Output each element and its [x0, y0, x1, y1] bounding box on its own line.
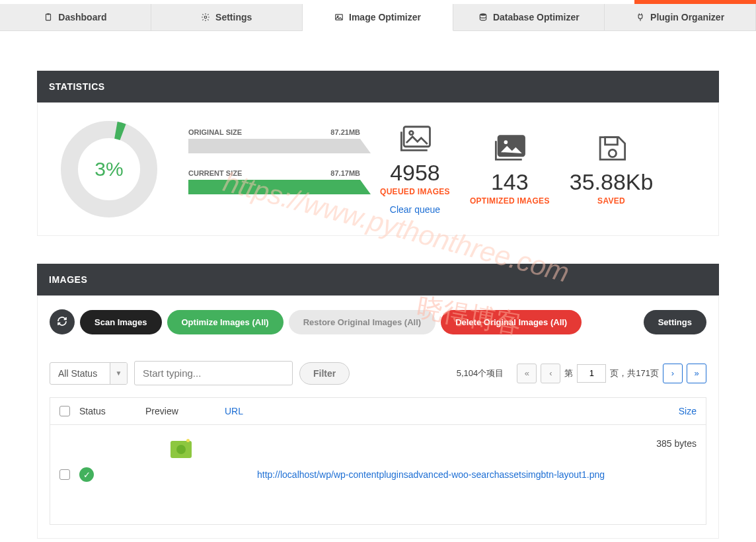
svg-rect-12 — [605, 137, 618, 144]
col-url-header[interactable]: URL — [225, 406, 637, 416]
gear-icon — [201, 13, 210, 22]
settings-button[interactable]: Settings — [644, 310, 706, 334]
optimized-icon — [490, 134, 529, 165]
restore-images-button[interactable]: Restore Original Images (All) — [289, 310, 435, 334]
page-next-button[interactable]: › — [663, 364, 683, 383]
queued-label: QUEUED IMAGES — [380, 187, 450, 196]
queued-icon — [395, 124, 435, 156]
current-size-value: 87.17MB — [330, 169, 360, 177]
delete-images-button[interactable]: Delete Original Images (All) — [441, 310, 582, 334]
refresh-button[interactable] — [50, 309, 75, 334]
col-preview-header: Preview — [145, 406, 225, 416]
tab-settings[interactable]: Settings — [151, 4, 303, 30]
page-prev-button[interactable]: ‹ — [541, 364, 560, 383]
item-count: 5,104个项目 — [457, 368, 504, 379]
original-size-value: 87.21MB — [330, 128, 360, 136]
col-size-header[interactable]: Size — [637, 406, 697, 416]
original-size-bar — [188, 139, 360, 153]
search-input[interactable] — [134, 361, 293, 385]
tab-plugin-organizer[interactable]: Plugin Organizer — [605, 4, 756, 30]
optimize-images-button[interactable]: Optimize Images (All) — [167, 310, 284, 334]
tab-dashboard[interactable]: Dashboard — [0, 4, 151, 30]
row-size: 385 bytes — [637, 434, 697, 449]
queued-count: 4958 — [380, 160, 450, 186]
progress-percent: 3% — [94, 158, 123, 180]
table-row: ✓ http://localhost/wp/wp-contentpluginsa… — [50, 425, 706, 524]
saved-label: SAVED — [570, 196, 654, 206]
progress-donut: 3% — [56, 116, 162, 222]
page-prefix: 第 — [564, 368, 573, 379]
clear-queue-link[interactable]: Clear queue — [380, 204, 450, 215]
select-all-checkbox[interactable] — [59, 406, 70, 416]
original-size-label: ORIGINAL SIZE — [188, 128, 242, 136]
svg-point-13 — [609, 149, 616, 157]
svg-point-11 — [504, 140, 508, 144]
svg-rect-1 — [48, 13, 50, 15]
optimized-label: OPTIMIZED IMAGES — [470, 196, 550, 206]
scan-images-button[interactable]: Scan Images — [80, 310, 162, 334]
images-header: IMAGES — [37, 264, 719, 295]
page-suffix: 页，共171页 — [610, 368, 659, 379]
status-filter-select[interactable]: All Status ▼ — [50, 362, 128, 385]
statistics-header: STATISTICS — [37, 71, 719, 102]
refresh-icon — [57, 316, 67, 329]
row-url[interactable]: http://localhost/wp/wp-contentpluginsadv… — [225, 469, 637, 480]
col-status-header: Status — [79, 406, 145, 416]
clipboard-icon — [44, 13, 53, 22]
database-icon — [478, 13, 488, 22]
image-icon — [334, 13, 344, 22]
filter-button[interactable]: Filter — [299, 362, 350, 385]
current-size-label: CURRENT SIZE — [188, 169, 242, 177]
svg-point-9 — [410, 131, 414, 135]
tab-label: Settings — [215, 12, 252, 22]
page-last-button[interactable]: » — [687, 364, 706, 383]
tab-label: Database Optimizer — [493, 12, 580, 22]
tab-label: Plugin Organizer — [650, 12, 724, 22]
current-size-bar — [188, 180, 360, 194]
optimized-count: 143 — [470, 169, 550, 195]
row-checkbox[interactable] — [59, 469, 70, 480]
preview-thumbnail — [170, 441, 192, 458]
tab-image-optimizer[interactable]: Image Optimizer — [303, 4, 454, 31]
tab-label: Image Optimizer — [349, 12, 421, 22]
svg-point-2 — [204, 16, 207, 19]
page-first-button[interactable]: « — [517, 364, 537, 383]
svg-rect-0 — [46, 14, 51, 20]
saved-count: 35.88Kb — [570, 169, 654, 195]
tab-label: Dashboard — [58, 12, 106, 22]
tab-database-optimizer[interactable]: Database Optimizer — [453, 4, 605, 30]
chevron-down-icon: ▼ — [110, 363, 127, 384]
status-filter-value: All Status — [50, 363, 110, 384]
plug-icon — [636, 13, 645, 22]
saved-icon — [591, 134, 631, 165]
svg-point-5 — [480, 13, 486, 16]
page-input[interactable] — [577, 364, 606, 383]
status-ok-icon: ✓ — [79, 467, 94, 482]
